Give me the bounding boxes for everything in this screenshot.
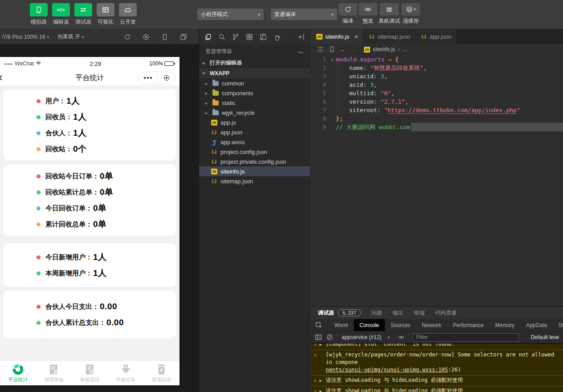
- stats-card: 今日新增用户：1人本周新增用户：1人: [4, 243, 176, 287]
- arrow-right-icon[interactable]: →: [351, 46, 356, 53]
- tree-item-static[interactable]: ▸static: [199, 98, 310, 108]
- stat-dot-icon: [37, 271, 41, 275]
- preview-button[interactable]: 预览: [359, 3, 377, 25]
- context-select[interactable]: appservice (#12) ▾: [342, 334, 390, 340]
- panel-tab-问题[interactable]: 问题: [371, 309, 382, 317]
- console-source-link[interactable]: nents/sunui-upimg/sunui-upimg.wxss:105: [326, 367, 448, 373]
- record-icon[interactable]: [143, 33, 150, 40]
- devtools-tab-Performance[interactable]: Performance: [447, 319, 490, 331]
- editor-panel: JSsiteinfo.js×{..}sitemap.json{..}app.js…: [311, 29, 563, 306]
- mode-select[interactable]: 小程序模式 ▾: [197, 8, 264, 20]
- console-warning-row[interactable]: ⚠▶[Component] slot "content" is not foun…: [311, 344, 563, 350]
- stat-dot-icon: [37, 321, 41, 325]
- collapse-sidebar-icon[interactable]: [298, 33, 305, 40]
- devtools-tab-Memory[interactable]: Memory: [490, 319, 520, 331]
- code-token: {: [395, 56, 399, 63]
- hot-reload-toggle[interactable]: 热重载 开: [57, 33, 80, 40]
- tab-review[interactable]: 审核提现: [72, 361, 108, 385]
- compile-mode-select[interactable]: 普通编译 ▾: [271, 8, 337, 20]
- device-debug-button[interactable]: 真机调试: [379, 3, 400, 25]
- search-icon[interactable]: [218, 33, 225, 40]
- bookmark-icon[interactable]: [328, 46, 335, 53]
- outline-list-icon[interactable]: [316, 46, 323, 53]
- stat-label: 本周新增用户：: [45, 269, 92, 278]
- simulator-toggle-button[interactable]: 模拟器: [29, 3, 48, 26]
- devtools-tab-Console[interactable]: Console: [354, 319, 385, 331]
- editor-tab-sitemap.json[interactable]: {..}sitemap.json: [363, 29, 416, 44]
- devtools-tab-AppData[interactable]: AppData: [520, 319, 553, 331]
- editor-tab-app.json[interactable]: {..}app.json: [416, 29, 457, 44]
- files-icon[interactable]: [204, 33, 212, 40]
- breadcrumb-file[interactable]: JS siteinfo.js › …: [363, 46, 408, 53]
- panel-tab-终端[interactable]: 终端: [414, 309, 425, 317]
- expand-arrow-icon[interactable]: ▶: [319, 387, 323, 392]
- console-filter-input[interactable]: [413, 333, 519, 342]
- expand-arrow-icon[interactable]: ▶: [319, 344, 323, 348]
- stat-item: 今日回收订单：0单: [4, 200, 176, 216]
- code-editor[interactable]: 1∨module.exports = {2name: "智慧废品回收系统",3u…: [311, 55, 563, 131]
- expand-arrow-icon[interactable]: ▶: [319, 376, 323, 384]
- git-branch-icon[interactable]: [232, 33, 239, 40]
- tree-item-components[interactable]: ▸components: [199, 88, 310, 98]
- tree-item-siteinfo.js[interactable]: JSsiteinfo.js: [199, 166, 310, 176]
- extensions-icon[interactable]: [246, 33, 253, 40]
- phone-frame-icon[interactable]: [161, 33, 168, 40]
- eye-icon[interactable]: [398, 334, 404, 340]
- project-root[interactable]: ▾ WXAPP: [199, 68, 310, 78]
- teapot-icon[interactable]: [273, 33, 281, 40]
- tree-item-app.json[interactable]: {..}app.json: [199, 127, 310, 137]
- panel-tab-调试器[interactable]: 调试器5, 237: [318, 309, 361, 317]
- caret-down-icon: ▾: [258, 12, 260, 17]
- clear-cache-button[interactable]: ▾清缓存: [401, 3, 420, 25]
- console-warning-row[interactable]: ⚠▶请注意 showLoading 与 hideLoading 必须配对使用: [311, 386, 563, 392]
- devtools-tab-Network[interactable]: Network: [416, 319, 447, 331]
- code-token: ": [384, 107, 388, 113]
- tree-item-project.config.json[interactable]: {..}project.config.json: [199, 147, 310, 157]
- applet-icon[interactable]: [260, 33, 267, 40]
- console-warning-row[interactable]: ⚠[wjyk_recycle/pages/order-now/order-now…: [311, 350, 563, 376]
- visualization-toggle-button[interactable]: 可视化: [96, 3, 115, 26]
- editor-tab-siteinfo.js[interactable]: JSsiteinfo.js×: [311, 29, 363, 44]
- more-actions-icon[interactable]: …: [298, 48, 304, 54]
- console-warning-row[interactable]: ⚠▶请注意 showLoading 与 hideLoading 必须配对使用: [311, 376, 563, 386]
- compile-button[interactable]: 编译: [339, 3, 357, 25]
- log-level-select[interactable]: Default leve: [531, 334, 559, 340]
- line-number: 1: [311, 57, 329, 63]
- debugger-toggle-button[interactable]: 调试器: [74, 3, 93, 26]
- tree-item-app.wxss[interactable]: Ʒapp.wxss: [199, 137, 310, 147]
- tree-item-sitemap.json[interactable]: {..}sitemap.json: [199, 176, 310, 186]
- tab-stats[interactable]: 平台统计: [0, 361, 36, 385]
- tree-item-app.js[interactable]: JSapp.js: [199, 117, 310, 127]
- close-icon[interactable]: ×: [355, 33, 358, 40]
- open-editors-section[interactable]: ▸ 打开的编辑器: [199, 58, 310, 68]
- console-log[interactable]: ⚠▶[Component] slot "content" is not foun…: [311, 344, 563, 392]
- editor-toggle-button[interactable]: </>编辑器: [52, 3, 70, 26]
- tree-item-common[interactable]: ▸common: [199, 78, 310, 88]
- stat-item: 回收站累计总单：0单: [4, 184, 176, 200]
- compile-mode-value: 普通编译: [274, 11, 296, 18]
- detach-window-icon[interactable]: [180, 33, 187, 40]
- panel-tab-代码质量[interactable]: 代码质量: [436, 309, 457, 317]
- clear-console-icon[interactable]: [326, 334, 333, 341]
- refresh-icon[interactable]: [124, 33, 131, 40]
- tab-recharge[interactable]: ¥充值记录: [108, 361, 144, 385]
- minimize-target-button[interactable]: [158, 75, 176, 81]
- cloud-dev-toggle-button[interactable]: 云开发: [118, 3, 137, 26]
- fold-icon[interactable]: ∨: [329, 57, 336, 62]
- panel-tab-输出[interactable]: 输出: [393, 309, 404, 317]
- devtools-tab-Wxml[interactable]: Wxml: [329, 319, 354, 331]
- devtools-tab-Storag[interactable]: Storag: [553, 319, 563, 331]
- tree-item-wjyk_recycle[interactable]: ▸wjyk_recycle: [199, 108, 310, 117]
- chevron-right-icon: ▸: [205, 110, 209, 115]
- tree-item-project.private.config.json[interactable]: {..}project.private.config.json: [199, 157, 310, 166]
- console-text: 请注意 showLoading 与 hideLoading 必须配对使用: [326, 388, 463, 392]
- inspect-element-icon[interactable]: [311, 322, 327, 329]
- arrow-left-icon[interactable]: ←: [340, 46, 346, 53]
- devtools-tab-Sources[interactable]: Sources: [385, 319, 416, 331]
- tab-withdraw[interactable]: ¥提现记录: [143, 361, 180, 385]
- tab-audit[interactable]: 管理审核: [36, 361, 72, 385]
- more-menu-button[interactable]: [139, 77, 157, 79]
- code-token: "2.7.1": [380, 98, 405, 105]
- sidebar-toggle-icon[interactable]: [315, 334, 322, 341]
- device-select[interactable]: /7/8 Plus 100% 16: [2, 34, 45, 40]
